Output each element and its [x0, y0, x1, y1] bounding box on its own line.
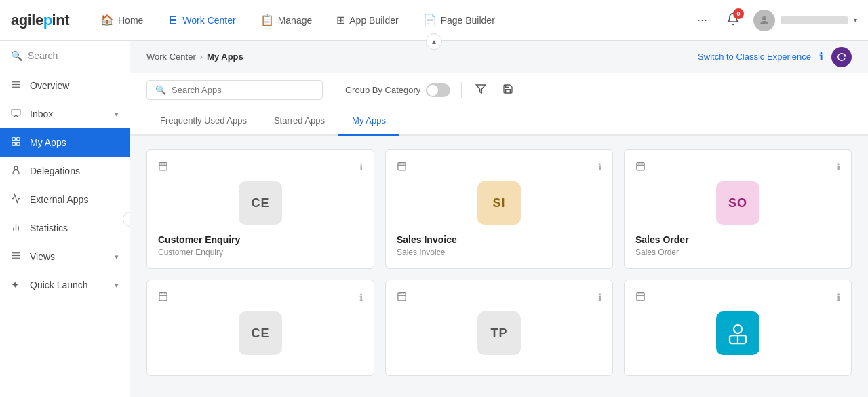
svg-rect-6	[17, 138, 20, 140]
monitor-icon: 🖥	[167, 14, 178, 26]
toggle-knob	[427, 85, 438, 96]
svg-rect-21	[398, 163, 406, 170]
card-info-button[interactable]: ℹ	[359, 292, 363, 303]
card-info-button[interactable]: ℹ	[359, 162, 363, 172]
breadcrumb-separator: ›	[200, 52, 203, 62]
sidebar-item-external-apps[interactable]: External Apps	[0, 185, 130, 214]
search-apps-input[interactable]	[172, 85, 314, 95]
group-by-switch[interactable]	[426, 83, 450, 97]
tab-frequently-used[interactable]: Frequently Used Apps	[146, 107, 260, 136]
sidebar-item-quick-launch[interactable]: ✦ Quick Launch ▾	[0, 271, 130, 299]
views-chevron-icon: ▾	[115, 252, 119, 261]
nav-home[interactable]: 🏠 Home	[91, 8, 153, 32]
card-info-button[interactable]: ℹ	[837, 292, 840, 303]
breadcrumb-parent[interactable]: Work Center	[146, 52, 196, 62]
sidebar-item-statistics-label: Statistics	[30, 223, 119, 233]
apps-grid-container: ℹ CE Customer Enquiry Customer Enquiry ℹ…	[130, 136, 868, 397]
filter-icon	[475, 83, 486, 94]
svg-rect-8	[17, 143, 20, 145]
sidebar-search[interactable]: 🔍 Search	[0, 41, 130, 71]
toolbar-separator-2	[461, 82, 462, 98]
tab-my-apps[interactable]: My Apps	[338, 107, 399, 136]
search-icon: 🔍	[155, 85, 166, 95]
user-name	[781, 16, 848, 24]
tabs-bar: Frequently Used Apps Starred Apps My App…	[130, 107, 868, 136]
tab-starred-apps[interactable]: Starred Apps	[260, 107, 338, 136]
sidebar-item-my-apps[interactable]: My Apps	[0, 128, 130, 157]
inbox-chevron-icon: ▾	[115, 110, 119, 119]
calendar-icon	[158, 291, 168, 303]
svg-rect-29	[159, 293, 167, 301]
tab-starred-apps-label: Starred Apps	[274, 115, 325, 126]
refresh-button[interactable]	[831, 47, 852, 67]
delegations-icon	[11, 165, 23, 177]
card-header: ℹ	[635, 291, 840, 303]
svg-rect-17	[159, 163, 167, 170]
card-icon-wrap: CE	[158, 311, 363, 355]
app-card-tp-app[interactable]: ℹ TP	[385, 280, 613, 376]
sidebar-item-statistics[interactable]: Statistics	[0, 214, 130, 242]
card-icon-wrap: SO	[635, 181, 840, 225]
save-icon	[502, 83, 513, 94]
card-icon-wrap	[635, 311, 840, 355]
toolbar-separator-1	[334, 82, 334, 98]
home-icon: 🏠	[100, 14, 114, 26]
logo-dot: p	[43, 12, 52, 29]
sidebar-item-views[interactable]: Views ▾	[0, 242, 130, 271]
logo[interactable]: agilepint	[11, 12, 69, 29]
sidebar-item-inbox[interactable]: Inbox ▾	[0, 100, 130, 128]
filter-button[interactable]	[473, 81, 489, 100]
card-icon-wrap: TP	[397, 311, 601, 355]
nav-page-builder-label: Page Builder	[441, 15, 495, 26]
breadcrumb: Work Center › My Apps	[146, 52, 243, 62]
nav-manage[interactable]: 📋 Manage	[251, 8, 322, 32]
svg-rect-37	[637, 293, 644, 301]
sidebar-item-overview-label: Overview	[30, 80, 119, 91]
card-info-button[interactable]: ℹ	[598, 292, 601, 303]
sidebar-item-views-label: Views	[30, 251, 108, 262]
user-avatar-icon	[758, 14, 770, 26]
my-apps-icon	[11, 136, 23, 149]
nav-work-center[interactable]: 🖥 Work Center	[158, 9, 245, 32]
app-card-sales-order[interactable]: ℹ SO Sales Order Sales Order	[624, 149, 852, 269]
card-info-button[interactable]: ℹ	[837, 162, 840, 172]
logo-rest: int	[52, 12, 69, 29]
group-by-toggle: Group By Category	[345, 83, 450, 97]
nav-collapse-button[interactable]: ▲	[426, 33, 442, 50]
app-card-customer-enquiry-2[interactable]: ℹ CE	[146, 280, 374, 376]
sidebar-item-delegations[interactable]: Delegations	[0, 157, 130, 185]
nav-home-label: Home	[118, 15, 143, 26]
calendar-icon	[635, 291, 646, 303]
card-header: ℹ	[635, 161, 840, 173]
nav-page-builder[interactable]: 📄 Page Builder	[414, 8, 505, 32]
tab-frequently-used-label: Frequently Used Apps	[160, 115, 247, 126]
calendar-icon	[158, 161, 168, 173]
app-card-customer-enquiry[interactable]: ℹ CE Customer Enquiry Customer Enquiry	[146, 149, 374, 269]
search-box[interactable]: 🔍	[146, 80, 323, 100]
sidebar-item-overview[interactable]: Overview	[0, 71, 130, 100]
card-title-sales-order: Sales Order	[635, 234, 840, 245]
nav-app-builder[interactable]: ⊞ App Builder	[327, 8, 408, 32]
app-icon-sales-invoice: SI	[477, 181, 521, 225]
nav-right: ··· 0 ▾	[692, 7, 857, 33]
svg-point-0	[762, 16, 766, 20]
card-info-button[interactable]: ℹ	[598, 162, 601, 172]
card-header: ℹ	[397, 161, 601, 173]
card-header: ℹ	[158, 291, 363, 303]
app-card-special-app[interactable]: ℹ	[624, 280, 852, 376]
info-button[interactable]: ℹ	[819, 50, 823, 63]
nav-more-button[interactable]: ···	[692, 7, 713, 33]
svg-rect-4	[12, 109, 20, 115]
switch-classic-link[interactable]: Switch to Classic Experience	[698, 52, 811, 62]
clipboard-icon: 📋	[260, 14, 274, 26]
sidebar-item-inbox-label: Inbox	[30, 109, 108, 119]
app-icon-sales-order: SO	[716, 181, 760, 225]
calendar-icon	[397, 291, 407, 303]
nav-work-center-label: Work Center	[182, 15, 235, 26]
main-nav: 🏠 Home 🖥 Work Center 📋 Manage ⊞ App Buil…	[91, 8, 692, 32]
svg-point-41	[734, 325, 742, 333]
notification-button[interactable]: 0	[721, 7, 745, 33]
save-button[interactable]	[500, 81, 516, 100]
user-menu[interactable]: ▾	[753, 10, 857, 31]
app-card-sales-invoice[interactable]: ℹ SI Sales Invoice Sales Invoice	[385, 149, 613, 269]
